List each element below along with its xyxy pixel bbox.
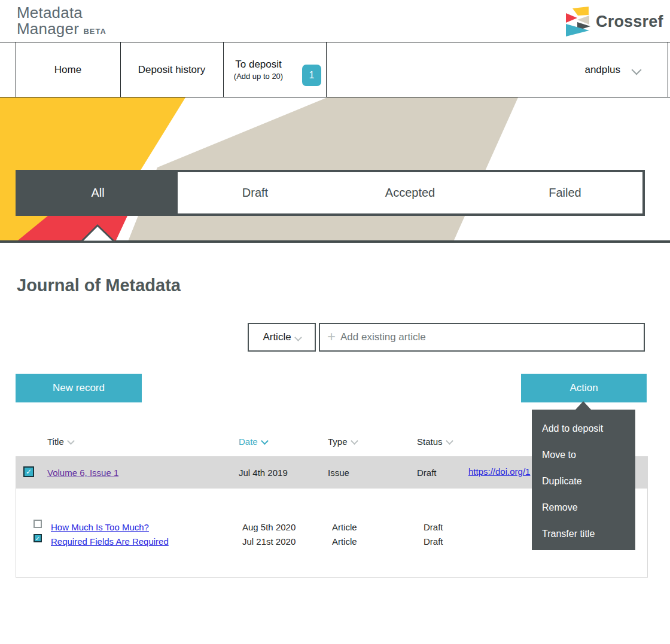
menu-item-transfer-title[interactable]: Transfer title — [532, 521, 635, 547]
row-checkbox[interactable]: ✓ — [34, 534, 42, 542]
check-icon: ✓ — [35, 521, 40, 527]
record-status: Draft — [424, 536, 443, 547]
column-header-date[interactable]: Date — [239, 437, 267, 447]
record-type: Issue — [328, 468, 349, 478]
menu-item-remove[interactable]: Remove — [532, 495, 635, 521]
check-icon: ✓ — [26, 468, 32, 476]
plus-icon: + — [327, 328, 336, 345]
article-type-select[interactable]: Article — [248, 323, 316, 352]
user-menu[interactable]: andplus — [584, 42, 640, 97]
user-name: andplus — [584, 64, 620, 76]
menu-item-duplicate[interactable]: Duplicate — [532, 468, 635, 495]
main-nav: Home Deposit history To deposit (Add up … — [0, 42, 670, 97]
action-button[interactable]: Action — [521, 374, 647, 402]
action-menu-caret — [575, 401, 591, 410]
nav-item-deposit-history[interactable]: Deposit history — [120, 42, 223, 97]
add-existing-article-input[interactable] — [340, 331, 644, 343]
to-deposit-limit: (Add up to 20) — [234, 72, 283, 81]
record-link[interactable]: Required Fields Are Required — [51, 536, 169, 547]
column-header-status[interactable]: Status — [417, 437, 452, 447]
record-date: Jul 4th 2019 — [239, 468, 288, 478]
nav-item-to-deposit[interactable]: To deposit (Add up to 20) — [223, 42, 294, 97]
app-header: Metadata Manager BETA Crossref — [0, 0, 670, 42]
chevron-down-icon — [67, 437, 75, 445]
nav-divider — [668, 42, 668, 97]
new-record-button[interactable]: New record — [16, 374, 142, 402]
record-link[interactable]: How Much Is Too Much? — [51, 522, 149, 532]
record-link[interactable]: Volume 6, Issue 1 — [47, 468, 118, 478]
record-type: Article — [332, 522, 357, 532]
chevron-down-icon — [632, 65, 642, 75]
metadata-manager-app: Metadata Manager BETA Crossref Home Depo… — [0, 0, 670, 644]
chevron-down-icon — [351, 437, 358, 445]
app-logo: Metadata Manager BETA — [17, 5, 106, 39]
doi-link[interactable]: https://doi.org/1 — [468, 466, 530, 477]
nav-item-home[interactable]: Home — [16, 42, 120, 97]
chevron-down-icon — [294, 334, 302, 341]
status-filter-tabs: All Draft Accepted Failed — [16, 170, 645, 216]
tab-all[interactable]: All — [18, 172, 178, 213]
action-menu: Add to deposit Move to Duplicate Remove … — [532, 410, 635, 550]
nav-divider — [326, 42, 327, 97]
hero-banner: All Draft Accepted Failed — [0, 97, 670, 243]
add-existing-article-box: + — [319, 323, 645, 352]
record-status: Draft — [424, 522, 443, 532]
tab-draft[interactable]: Draft — [178, 172, 333, 213]
tab-failed[interactable]: Failed — [488, 172, 642, 213]
row-checkbox[interactable]: ✓ — [23, 466, 34, 477]
chevron-down-icon — [446, 437, 453, 445]
check-icon: ✓ — [35, 535, 40, 542]
record-date: Aug 5th 2020 — [242, 522, 296, 532]
menu-item-move-to[interactable]: Move to — [532, 442, 635, 468]
app-logo-line2: Manager BETA — [17, 21, 106, 39]
beta-label: BETA — [83, 27, 106, 36]
record-date: Jul 21st 2020 — [242, 536, 296, 547]
column-header-type[interactable]: Type — [328, 437, 357, 447]
app-logo-line1: Metadata — [17, 5, 106, 21]
column-header-title[interactable]: Title — [47, 437, 74, 447]
chevron-down-icon — [261, 437, 269, 445]
tab-accepted[interactable]: Accepted — [333, 172, 488, 213]
crossref-wordmark: Crossref — [596, 13, 663, 31]
page-title: Journal of Metadata — [17, 276, 181, 295]
record-type: Article — [332, 536, 357, 547]
menu-item-add-to-deposit[interactable]: Add to deposit — [532, 416, 635, 442]
to-deposit-count-badge[interactable]: 1 — [302, 65, 321, 86]
row-checkbox[interactable]: ✓ — [34, 520, 42, 528]
crossref-logo-icon — [566, 7, 591, 36]
record-status: Draft — [417, 468, 437, 478]
